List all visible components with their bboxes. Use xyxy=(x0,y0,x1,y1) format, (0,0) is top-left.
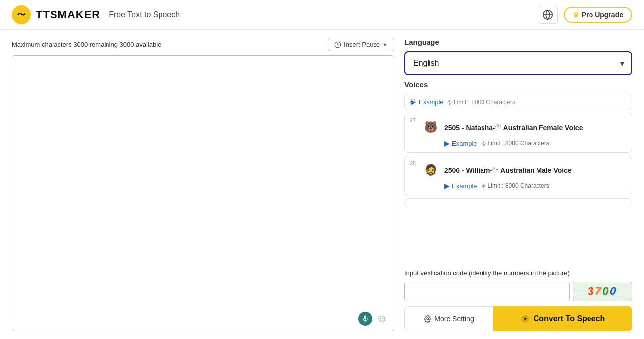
left-panel: Maximum characters 3000 remaining 3000 a… xyxy=(12,38,394,331)
convert-button[interactable]: Convert To Speech xyxy=(493,306,632,331)
crown-icon: ♛ xyxy=(573,11,579,19)
voice-card-27: 27 🐻 2505 - Natasha-AU Australian Female… xyxy=(404,113,632,153)
svg-marker-5 xyxy=(447,100,451,105)
partial-example-label[interactable]: Example xyxy=(419,98,444,106)
bottom-buttons: More Setting Convert To Speech xyxy=(404,306,632,331)
more-setting-label: More Setting xyxy=(434,315,474,323)
lightning-icon-partial xyxy=(447,100,452,105)
lightning-icon-28 xyxy=(481,183,486,189)
settings-icon xyxy=(424,315,431,323)
voice-name-27: 2505 - Natasha-AU Australian Female Voic… xyxy=(444,123,583,132)
textarea-icons: ☺ xyxy=(358,312,389,326)
main-content: Maximum characters 3000 remaining 3000 a… xyxy=(0,30,644,339)
captcha-image: 3700 xyxy=(573,282,632,301)
right-panel: Language English Chinese French German S… xyxy=(404,38,632,331)
example-link-28[interactable]: ▶ Example xyxy=(444,182,477,190)
header: 〜 TTSMAKER Free Text to Speech ♛ Pro Upg… xyxy=(0,0,644,30)
emoji-icon[interactable]: ☺ xyxy=(375,312,389,326)
limit-badge-27: Limit : 8000 Characters xyxy=(481,140,549,147)
char-info: Maximum characters 3000 remaining 3000 a… xyxy=(12,41,161,48)
example-link-27[interactable]: ▶ Example xyxy=(444,139,477,147)
play-icon-convert xyxy=(521,314,530,323)
verification-input[interactable] xyxy=(404,282,570,301)
voice-card-partial-top: ▶ Example Limit : 8000 Characters xyxy=(404,94,632,110)
insert-pause-button[interactable]: Insert Pause ▼ xyxy=(328,38,394,51)
logo-icon: 〜 xyxy=(12,5,31,24)
chevron-down-icon: ▼ xyxy=(382,42,388,48)
voice-name-28: 2506 - William-AU Australian Male Voice xyxy=(444,166,572,174)
microphone-icon xyxy=(362,315,369,322)
voices-label: Voices xyxy=(404,80,632,89)
voice-info-27: 🐻 2505 - Natasha-AU Australian Female Vo… xyxy=(422,118,625,136)
verification-row: 3700 xyxy=(404,282,632,301)
svg-marker-6 xyxy=(482,141,485,145)
svg-point-11 xyxy=(427,318,429,320)
voice-avatar-27: 🐻 xyxy=(422,118,439,136)
lightning-icon-27 xyxy=(481,141,486,146)
language-select-wrapper: English Chinese French German Spanish Ja… xyxy=(404,51,632,75)
play-icon-28: ▶ xyxy=(444,182,450,190)
voice-avatar-28: 🧔 xyxy=(422,161,439,179)
voice-card-partial-bottom: 29 xyxy=(404,198,632,207)
voice-card-28: 28 🧔 2506 - William-AU Australian Male V… xyxy=(404,156,632,195)
header-subtitle: Free Text to Speech xyxy=(109,10,180,19)
insert-pause-label: Insert Pause xyxy=(344,41,380,48)
voice-actions-27: ▶ Example Limit : 8000 Characters xyxy=(444,139,625,147)
voices-list: ▶ Example Limit : 8000 Characters 27 🐻 2… xyxy=(404,94,632,264)
voice-number-27: 27 xyxy=(410,117,416,123)
logo-text: TTSMAKER xyxy=(36,8,100,21)
play-icon-27: ▶ xyxy=(444,139,450,147)
text-input[interactable] xyxy=(12,56,394,331)
voice-number-28: 28 xyxy=(410,160,416,166)
translate-button[interactable] xyxy=(538,6,558,24)
language-label: Language xyxy=(404,38,632,46)
captcha-text: 3700 xyxy=(588,285,618,298)
convert-label: Convert To Speech xyxy=(534,314,605,323)
mic-icon[interactable] xyxy=(358,312,372,326)
voice-info-28: 🧔 2506 - William-AU Australian Male Voic… xyxy=(422,161,625,179)
partial-limit: Limit : 8000 Characters xyxy=(447,99,515,106)
limit-badge-28: Limit : 8000 Characters xyxy=(481,182,549,189)
header-right: ♛ Pro Upgrade xyxy=(538,6,632,24)
svg-marker-7 xyxy=(482,183,485,188)
pro-upgrade-label: Pro Upgrade xyxy=(582,11,623,19)
verification-label: Input verification code (identify the nu… xyxy=(404,269,632,277)
top-bar: Maximum characters 3000 remaining 3000 a… xyxy=(12,38,394,51)
language-select[interactable]: English Chinese French German Spanish Ja… xyxy=(405,52,631,74)
header-left: 〜 TTSMAKER Free Text to Speech xyxy=(12,5,180,24)
more-setting-button[interactable]: More Setting xyxy=(404,306,493,331)
partial-example-link: ▶ Example Limit : 8000 Characters xyxy=(411,98,626,106)
voice-actions-28: ▶ Example Limit : 8000 Characters xyxy=(444,182,625,190)
pro-upgrade-button[interactable]: ♛ Pro Upgrade xyxy=(564,7,632,23)
text-input-wrapper: ☺ xyxy=(12,55,394,331)
clock-icon xyxy=(334,41,341,48)
